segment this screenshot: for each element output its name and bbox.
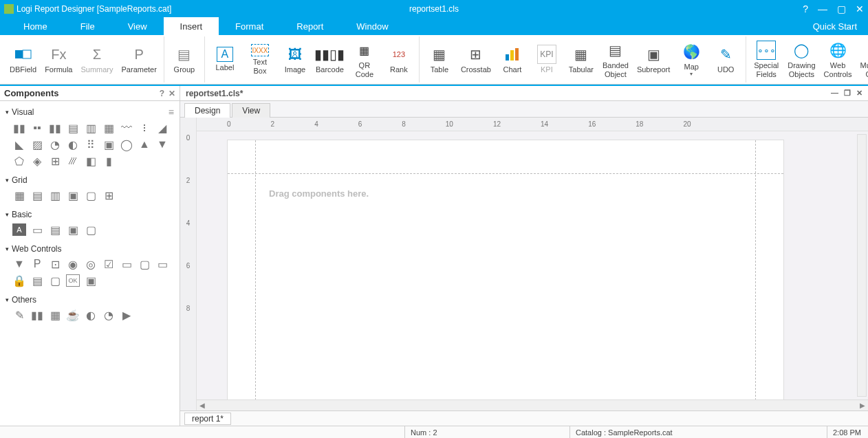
chart-button[interactable]: Chart	[497, 36, 528, 83]
udo-button[interactable]: ✎UDO	[710, 36, 741, 83]
component-icon[interactable]: ▲	[138, 138, 151, 151]
label-button[interactable]: ALabel	[209, 36, 241, 83]
component-icon[interactable]: ▼	[12, 258, 26, 270]
menu-format[interactable]: Format	[219, 17, 280, 35]
help-icon[interactable]: ?	[803, 4, 808, 14]
window-minimize-icon[interactable]: —	[831, 89, 838, 98]
component-icon[interactable]: ⠿	[84, 138, 98, 151]
component-icon[interactable]: ▢	[138, 258, 151, 270]
vertical-scrollbar[interactable]	[857, 134, 867, 397]
menu-file[interactable]: File	[64, 17, 111, 35]
section-others[interactable]: ▾Others	[6, 292, 174, 307]
rank-button[interactable]: 123Rank	[383, 36, 415, 83]
component-icon[interactable]: 🔒	[12, 274, 26, 287]
component-icon[interactable]: ◯	[120, 138, 133, 151]
component-icon[interactable]: ▭	[155, 258, 169, 270]
textbox-button[interactable]: IXXXText Box	[243, 36, 276, 83]
section-basic[interactable]: ▾Basic	[6, 207, 174, 222]
component-icon[interactable]: ◎	[84, 258, 98, 270]
component-icon[interactable]: ▼	[155, 138, 169, 151]
component-icon[interactable]: P	[30, 258, 44, 270]
component-icon[interactable]: ⊞	[102, 189, 116, 201]
window-close-icon[interactable]: ✕	[856, 89, 862, 98]
component-icon[interactable]: ▣	[66, 223, 80, 236]
menu-report[interactable]: Report	[280, 17, 340, 35]
formula-button[interactable]: FxFormula	[42, 36, 75, 83]
section-visual[interactable]: ▾Visual≡	[6, 104, 174, 120]
menu-insert[interactable]: Insert	[164, 17, 219, 35]
scroll-right-icon[interactable]: ▶	[857, 402, 868, 409]
component-icon[interactable]: ▤	[30, 274, 44, 287]
component-icon[interactable]: ◧	[84, 155, 98, 167]
visual-menu-icon[interactable]: ≡	[169, 107, 174, 118]
drawing-objects-button[interactable]: ◯Drawing Objects	[785, 36, 818, 83]
component-icon[interactable]: ⬠	[12, 155, 26, 167]
component-icon[interactable]: ▮▮	[48, 122, 62, 134]
map-button[interactable]: 🌎Map▾	[675, 36, 707, 83]
component-icon[interactable]: ⫻	[66, 155, 80, 167]
quick-start-link[interactable]: Quick Start	[813, 17, 868, 35]
report-page[interactable]: Drag components here.	[227, 140, 784, 399]
component-icon[interactable]: ▢	[84, 223, 98, 236]
component-icon[interactable]: ▦	[48, 309, 62, 321]
menu-home[interactable]: Home	[7, 17, 64, 35]
component-icon[interactable]: ☑	[102, 258, 116, 270]
web-controls-button[interactable]: 🌐Web Controls	[821, 36, 855, 83]
scroll-left-icon[interactable]: ◀	[197, 402, 208, 409]
section-web[interactable]: ▾Web Controls	[6, 241, 174, 256]
summary-button[interactable]: ΣSummary	[78, 36, 116, 83]
component-icon[interactable]: ▥	[48, 189, 62, 201]
component-icon[interactable]: ☕	[66, 309, 80, 321]
component-icon[interactable]: ✎	[12, 309, 26, 321]
multimedia-objects-button[interactable]: ▶Multimedia Objects	[858, 36, 868, 83]
component-icon[interactable]: 〰	[120, 122, 133, 134]
component-icon[interactable]: ▶	[120, 309, 133, 321]
barcode-button[interactable]: ▮▮▯▮Barcode	[314, 36, 346, 83]
component-icon[interactable]: ▭	[120, 258, 133, 270]
component-icon[interactable]: ⫶	[138, 122, 151, 134]
component-icon[interactable]: ▥	[84, 122, 98, 134]
component-icon[interactable]: ◣	[12, 138, 26, 151]
component-icon[interactable]: ▨	[30, 138, 44, 151]
component-icon[interactable]: ▮▮	[12, 122, 26, 134]
report-tab[interactable]: report 1*	[184, 413, 231, 425]
component-icon[interactable]: ◈	[30, 155, 44, 167]
banded-button[interactable]: ▤Banded Object	[600, 36, 631, 83]
crosstab-button[interactable]: ⊞Crosstab	[458, 36, 494, 83]
panel-close-icon[interactable]: ✕	[169, 89, 175, 98]
qrcode-button[interactable]: ▦QR Code	[349, 36, 380, 83]
component-icon[interactable]: ▢	[84, 189, 98, 201]
window-restore-icon[interactable]: ❐	[844, 89, 851, 98]
component-icon[interactable]: ◐	[84, 309, 98, 321]
component-icon[interactable]: ◔	[48, 138, 62, 151]
group-button[interactable]: ▤Group	[169, 36, 200, 83]
component-icon[interactable]: ◐	[66, 138, 80, 151]
tab-design[interactable]: Design	[184, 103, 230, 118]
component-icon[interactable]: ▣	[66, 189, 80, 201]
component-icon[interactable]: ◔	[102, 309, 116, 321]
component-icon[interactable]: ▤	[66, 122, 80, 134]
canvas[interactable]: Drag components here.	[197, 131, 868, 399]
component-icon[interactable]: ▭	[30, 223, 44, 236]
dbfield-button[interactable]: DBField	[7, 36, 39, 83]
component-icon[interactable]: ◢	[155, 122, 169, 134]
component-icon[interactable]: ▤	[30, 189, 44, 201]
component-icon[interactable]: OK	[66, 274, 80, 287]
parameter-button[interactable]: PParameter	[119, 36, 160, 83]
component-icon[interactable]: ▤	[48, 223, 62, 236]
panel-help-icon[interactable]: ?	[160, 89, 164, 98]
component-icon[interactable]: ⊡	[48, 258, 62, 270]
maximize-icon[interactable]: ▢	[837, 4, 846, 14]
minimize-icon[interactable]: —	[818, 4, 827, 14]
component-icon[interactable]: ▮	[102, 155, 116, 167]
component-icon[interactable]: ▣	[102, 138, 116, 151]
menu-view[interactable]: View	[111, 17, 164, 35]
component-icon[interactable]: ◉	[66, 258, 80, 270]
section-grid[interactable]: ▾Grid	[6, 173, 174, 188]
component-icon[interactable]: ▮▮	[30, 309, 44, 321]
tabular-button[interactable]: ▦Tabular	[565, 36, 597, 83]
component-icon[interactable]: ▦	[12, 189, 26, 201]
subreport-button[interactable]: ▣Subreport	[634, 36, 673, 83]
component-icon[interactable]: ▪▪	[30, 122, 44, 134]
close-icon[interactable]: ✕	[856, 4, 864, 14]
